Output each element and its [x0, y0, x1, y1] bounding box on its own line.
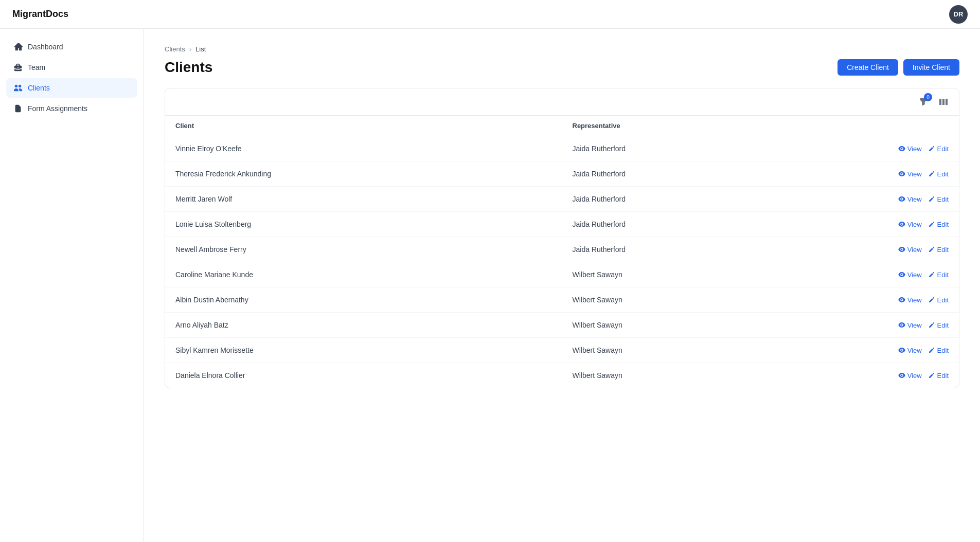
table-row: Merritt Jaren WolfJaida Rutherford View … [165, 187, 959, 212]
eye-icon [898, 195, 905, 203]
users-icon [13, 83, 23, 93]
eye-icon [898, 246, 905, 253]
edit-button[interactable]: Edit [928, 246, 949, 254]
table-row: Daniela Elnora CollierWilbert Sawayn Vie… [165, 363, 959, 388]
edit-icon [928, 195, 935, 203]
app-logo: MigrantDocs [12, 9, 68, 20]
col-client: Client [165, 116, 562, 136]
edit-button[interactable]: Edit [928, 195, 949, 203]
sidebar-item-team-label: Team [28, 63, 45, 71]
view-button[interactable]: View [898, 170, 922, 178]
view-button[interactable]: View [898, 246, 922, 254]
row-actions: View Edit [850, 296, 949, 304]
cell-client: Newell Ambrose Ferry [165, 237, 562, 262]
main-layout: Dashboard Team Clients [0, 29, 980, 542]
view-button[interactable]: View [898, 195, 922, 203]
edit-button[interactable]: Edit [928, 170, 949, 178]
clients-table-card: 0 Client Representative [165, 88, 959, 388]
edit-icon [928, 347, 935, 354]
edit-icon [928, 221, 935, 228]
view-button[interactable]: View [898, 221, 922, 228]
view-button[interactable]: View [898, 347, 922, 354]
cell-actions: View Edit [840, 313, 959, 338]
row-actions: View Edit [850, 170, 949, 178]
cell-representative: Wilbert Sawayn [562, 262, 840, 287]
main-content: Clients › List Clients Create Client Inv… [144, 29, 980, 542]
table-row: Albin Dustin AbernathyWilbert Sawayn Vie… [165, 287, 959, 313]
sidebar-item-team[interactable]: Team [6, 58, 137, 77]
edit-icon [928, 145, 935, 152]
filter-button[interactable]: 0 [917, 95, 930, 109]
sidebar-item-clients[interactable]: Clients [6, 78, 137, 98]
edit-button[interactable]: Edit [928, 271, 949, 279]
header-actions: Create Client Invite Client [838, 59, 959, 76]
cell-actions: View Edit [840, 136, 959, 161]
cell-actions: View Edit [840, 363, 959, 388]
cell-representative: Jaida Rutherford [562, 212, 840, 237]
cell-client: Merritt Jaren Wolf [165, 187, 562, 212]
sidebar-item-dashboard-label: Dashboard [28, 43, 63, 51]
columns-button[interactable] [936, 95, 951, 109]
briefcase-icon [13, 63, 23, 72]
filter-count-badge: 0 [924, 93, 932, 101]
cell-client: Sibyl Kamren Morissette [165, 338, 562, 363]
edit-button[interactable]: Edit [928, 221, 949, 228]
invite-client-button[interactable]: Invite Client [903, 59, 959, 76]
page-title: Clients [165, 59, 212, 76]
cell-actions: View Edit [840, 262, 959, 287]
eye-icon [898, 145, 905, 152]
eye-icon [898, 347, 905, 354]
sidebar-item-dashboard[interactable]: Dashboard [6, 37, 137, 57]
cell-actions: View Edit [840, 287, 959, 313]
view-button[interactable]: View [898, 296, 922, 304]
cell-representative: Wilbert Sawayn [562, 363, 840, 388]
cell-client: Arno Aliyah Batz [165, 313, 562, 338]
user-avatar[interactable]: DR [949, 5, 968, 24]
edit-icon [928, 372, 935, 379]
col-actions [840, 116, 959, 136]
row-actions: View Edit [850, 145, 949, 153]
row-actions: View Edit [850, 195, 949, 203]
edit-button[interactable]: Edit [928, 321, 949, 329]
breadcrumb-clients[interactable]: Clients [165, 45, 185, 53]
app-header: MigrantDocs DR [0, 0, 980, 29]
table-row: Newell Ambrose FerryJaida Rutherford Vie… [165, 237, 959, 262]
eye-icon [898, 271, 905, 278]
table-header: Client Representative [165, 116, 959, 136]
table-row: Arno Aliyah BatzWilbert Sawayn View Edit [165, 313, 959, 338]
edit-button[interactable]: Edit [928, 372, 949, 380]
view-button[interactable]: View [898, 321, 922, 329]
table-row: Caroline Mariane KundeWilbert Sawayn Vie… [165, 262, 959, 287]
table-row: Sibyl Kamren MorissetteWilbert Sawayn Vi… [165, 338, 959, 363]
eye-icon [898, 170, 905, 177]
row-actions: View Edit [850, 271, 949, 279]
cell-client: Caroline Mariane Kunde [165, 262, 562, 287]
columns-icon [938, 97, 949, 107]
table-row: Theresia Frederick AnkundingJaida Ruther… [165, 161, 959, 187]
edit-icon [928, 170, 935, 177]
cell-client: Daniela Elnora Collier [165, 363, 562, 388]
cell-actions: View Edit [840, 212, 959, 237]
col-representative: Representative [562, 116, 840, 136]
row-actions: View Edit [850, 321, 949, 329]
row-actions: View Edit [850, 347, 949, 354]
home-icon [13, 42, 23, 51]
view-button[interactable]: View [898, 372, 922, 380]
eye-icon [898, 321, 905, 329]
breadcrumb: Clients › List [165, 45, 959, 53]
eye-icon [898, 296, 905, 303]
cell-actions: View Edit [840, 237, 959, 262]
cell-representative: Jaida Rutherford [562, 161, 840, 187]
create-client-button[interactable]: Create Client [838, 59, 898, 76]
sidebar-item-form-assignments[interactable]: Form Assignments [6, 99, 137, 118]
clients-table: Client Representative Vinnie Elroy O'Kee… [165, 116, 959, 388]
edit-button[interactable]: Edit [928, 347, 949, 354]
view-button[interactable]: View [898, 271, 922, 279]
row-actions: View Edit [850, 372, 949, 380]
table-row: Vinnie Elroy O'KeefeJaida Rutherford Vie… [165, 136, 959, 161]
edit-button[interactable]: Edit [928, 296, 949, 304]
edit-button[interactable]: Edit [928, 145, 949, 153]
view-button[interactable]: View [898, 145, 922, 153]
cell-client: Albin Dustin Abernathy [165, 287, 562, 313]
cell-actions: View Edit [840, 161, 959, 187]
